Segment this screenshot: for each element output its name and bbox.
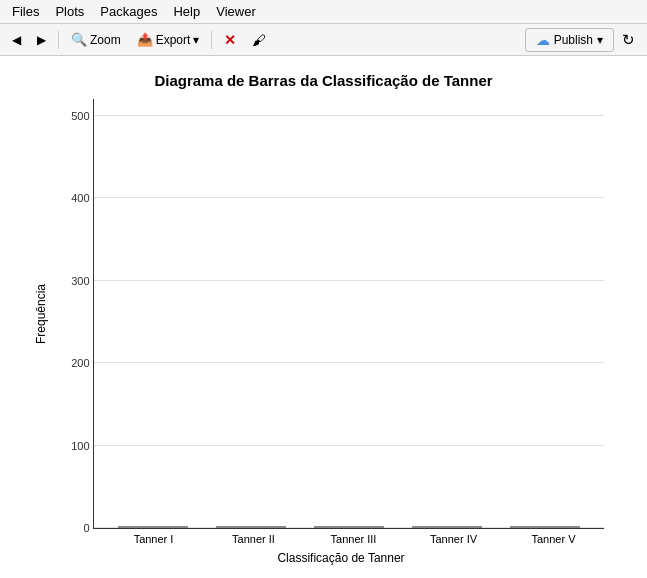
bar: [510, 526, 580, 528]
x-tick-label: Tanner V: [509, 533, 599, 545]
zoom-label: Zoom: [90, 33, 121, 47]
chart-title: Diagrama de Barras da Classificação de T…: [34, 72, 614, 89]
back-button[interactable]: ◀: [4, 29, 29, 51]
zoom-icon: 🔍: [71, 32, 87, 47]
export-label: Export: [156, 33, 191, 47]
bar-group: [500, 526, 590, 528]
publish-dropdown-arrow: ▾: [597, 33, 603, 47]
plot-area: Diagrama de Barras da Classificação de T…: [0, 56, 647, 578]
y-axis-label: Frequência: [34, 284, 54, 344]
publish-icon: ☁: [536, 32, 550, 48]
export-button[interactable]: 📤 Export ▾: [129, 28, 208, 51]
menu-files[interactable]: Files: [4, 2, 47, 21]
zoom-button[interactable]: 🔍 Zoom: [63, 28, 129, 51]
bar: [118, 526, 188, 528]
back-icon: ◀: [12, 33, 21, 47]
export-icon: 📤: [137, 32, 153, 47]
refresh-icon: ↻: [622, 31, 635, 49]
menu-plots[interactable]: Plots: [47, 2, 92, 21]
bar-group: [206, 526, 296, 528]
brush-icon: 🖌: [252, 32, 266, 48]
clear-icon: ✕: [224, 32, 236, 48]
export-dropdown-arrow: ▾: [193, 33, 199, 47]
x-tick-label: Tanner II: [209, 533, 299, 545]
bars-row: [94, 99, 604, 528]
forward-button[interactable]: ▶: [29, 29, 54, 51]
x-axis-label: Classificação de Tanner: [69, 551, 614, 565]
y-tick-label: 400: [71, 192, 93, 204]
bar-group: [304, 526, 394, 528]
y-tick-label: 200: [71, 357, 93, 369]
brush-button[interactable]: 🖌: [244, 28, 274, 52]
x-labels-row: Tanner ITanner IITanner IIITanner IVTann…: [104, 533, 604, 545]
refresh-button[interactable]: ↻: [614, 27, 643, 53]
toolbar: ◀ ▶ 🔍 Zoom 📤 Export ▾ ✕ 🖌 ☁ Publish ▾ ↻: [0, 24, 647, 56]
y-tick-label: 0: [83, 522, 93, 534]
y-tick-label: 100: [71, 440, 93, 452]
menu-help[interactable]: Help: [165, 2, 208, 21]
publish-button[interactable]: ☁ Publish ▾: [525, 28, 614, 52]
menu-viewer[interactable]: Viewer: [208, 2, 264, 21]
chart-inner: 0100200300400500: [58, 99, 614, 529]
y-tick-label: 300: [71, 275, 93, 287]
chart-body: Frequência 0100200300400500: [34, 99, 614, 529]
bar: [216, 526, 286, 528]
grid-and-bars: 0100200300400500: [93, 99, 604, 529]
bar-group: [108, 526, 198, 528]
x-tick-label: Tanner IV: [409, 533, 499, 545]
publish-label: Publish: [554, 33, 593, 47]
forward-icon: ▶: [37, 33, 46, 47]
separator-2: [211, 31, 212, 49]
menubar: Files Plots Packages Help Viewer: [0, 0, 647, 24]
chart-container: Diagrama de Barras da Classificação de T…: [34, 72, 614, 562]
bar-group: [402, 526, 492, 528]
bar: [314, 526, 384, 528]
x-tick-label: Tanner I: [109, 533, 199, 545]
separator-1: [58, 31, 59, 49]
y-tick-label: 500: [71, 110, 93, 122]
menu-packages[interactable]: Packages: [92, 2, 165, 21]
clear-button[interactable]: ✕: [216, 28, 244, 52]
bar: [412, 526, 482, 528]
x-tick-label: Tanner III: [309, 533, 399, 545]
